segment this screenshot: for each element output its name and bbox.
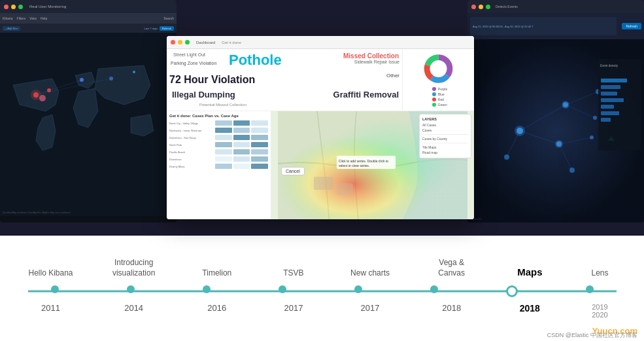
timeline-label-tsvb: TSVB bbox=[274, 268, 313, 279]
svg-point-28 bbox=[590, 135, 594, 139]
svg-point-27 bbox=[593, 116, 597, 120]
right-network-area: Event density © Elastic B.V. bbox=[467, 39, 644, 223]
panel-title: LAYERS bbox=[422, 117, 468, 121]
center-dot-yellow bbox=[178, 40, 182, 45]
screenshot-right: Detects Events Aug 25, 2019 @ 00:00:00 -… bbox=[467, 0, 644, 223]
legend-item-3: Red bbox=[432, 98, 447, 101]
legend-item-4: Green bbox=[432, 103, 447, 107]
panel-divider-2 bbox=[422, 143, 468, 143]
dot-red bbox=[4, 5, 8, 9]
heatmap-cell-1-2 bbox=[233, 120, 250, 126]
left-nav-search: Search bbox=[163, 16, 174, 20]
timeline-dot-2017b bbox=[354, 285, 362, 293]
word-cloud-section: Street Light Out Pothole Missed Collecti… bbox=[167, 49, 402, 111]
svg-rect-36 bbox=[601, 98, 624, 102]
other-label: Other bbox=[386, 73, 399, 79]
heatmap-row-label-2: Northwest - Inmar Sherman bbox=[169, 129, 214, 132]
legend-dot-3 bbox=[432, 98, 436, 101]
center-title-bar: Dashboard Get it done bbox=[167, 36, 474, 49]
timeline-labels: Hello Kibana Introducingvisualization Ti… bbox=[28, 258, 617, 278]
heatmap-rows: North Cty - Valley Village Northwest - I… bbox=[169, 120, 268, 169]
word-donut-row: Street Light Out Pothole Missed Collecti… bbox=[167, 49, 474, 111]
svg-text:OpenStreetMap contributors, Op: OpenStreetMap contributors, OpenMapTiles… bbox=[3, 211, 71, 214]
world-map-svg: OpenStreetMap contributors, OpenMapTiles… bbox=[0, 33, 177, 216]
heatmap-cell-2-1 bbox=[215, 128, 232, 133]
svg-rect-50 bbox=[314, 177, 333, 190]
heatmap-row-5: Pacific Beach bbox=[169, 149, 268, 154]
heatmap-cell-7-3 bbox=[251, 164, 268, 169]
panel-item-cases-by-county: Cases by County bbox=[422, 136, 468, 141]
heatmap-row-7: Kearny Mesa bbox=[169, 164, 268, 169]
heatmap-row-6: Downtown bbox=[169, 156, 268, 162]
heatmap-cell-5-2 bbox=[233, 149, 250, 154]
timeline-dot-future bbox=[586, 285, 594, 293]
heatmap-cell-5-1 bbox=[215, 149, 232, 154]
legend-dot-4 bbox=[432, 103, 436, 107]
donut-svg bbox=[420, 53, 456, 84]
label-text-tsvb: TSVB bbox=[283, 268, 303, 278]
heatmap-row-label-1: North Cty - Valley Village bbox=[169, 122, 214, 125]
right-dot-yellow bbox=[479, 5, 483, 9]
heatmap-cell-4-3 bbox=[251, 142, 268, 147]
year-2018b: 2018 bbox=[510, 303, 549, 319]
svg-text:Event density: Event density bbox=[600, 64, 619, 67]
year-text-2011: 2011 bbox=[41, 303, 60, 313]
year-2017b: 2017 bbox=[347, 303, 393, 319]
right-date-range: Aug 25, 2019 @ 00:00:00 - Aug 30, 2019 @… bbox=[473, 25, 533, 28]
heatmap-title: Get it done: Cases Plan vs. Case Age bbox=[169, 114, 268, 118]
right-top-section: Aug 25, 2019 @ 00:00:00 - Aug 30, 2019 @… bbox=[467, 13, 644, 39]
heatmap-row-3: Downtown - San Diego bbox=[169, 135, 268, 140]
timeline-dot-2016 bbox=[203, 285, 211, 293]
donut-section: Purple Blue Red Green bbox=[402, 49, 474, 111]
right-dot-red bbox=[471, 5, 476, 9]
legend-item-2: Blue bbox=[432, 92, 447, 96]
timeline-label-maps: Maps bbox=[510, 266, 549, 279]
heatmap-cell-6-2 bbox=[233, 156, 250, 162]
illegal-dumping-label: Illegal Dumping bbox=[172, 90, 235, 99]
svg-point-4 bbox=[39, 95, 46, 101]
left-title-bar: Real User Monitoring bbox=[0, 0, 177, 13]
svg-rect-37 bbox=[601, 105, 614, 109]
left-map-area: OpenStreetMap contributors, OpenMapTiles… bbox=[0, 33, 177, 216]
label-text-new-charts: New charts bbox=[350, 268, 390, 278]
svg-point-24 bbox=[556, 141, 562, 147]
year-text-2018a: 2018 bbox=[442, 303, 461, 313]
heatmap-row-2: Northwest - Inmar Sherman bbox=[169, 128, 268, 133]
cancel-button[interactable]: Cancel bbox=[281, 167, 305, 175]
svg-text:select or clear series.: select or clear series. bbox=[339, 164, 369, 168]
center-title-text: Dashboard bbox=[196, 41, 215, 45]
timeline-dot-2018a bbox=[430, 285, 438, 293]
heatmap-row-label-4: North Park bbox=[169, 143, 214, 147]
timeline-dots bbox=[28, 285, 617, 297]
svg-rect-33 bbox=[601, 79, 627, 82]
svg-point-25 bbox=[504, 154, 509, 160]
legend-dot-1 bbox=[432, 87, 436, 91]
right-controls: Aug 25, 2019 @ 00:00:00 - Aug 30, 2019 @… bbox=[470, 17, 617, 35]
year-future: 2019 2020 bbox=[583, 303, 616, 319]
geo-map-section: Cancel LAYERS All Cases Cases Cases by C… bbox=[271, 111, 474, 219]
refresh-btn[interactable]: Refresh bbox=[160, 26, 174, 31]
network-svg: Event density © Elastic B.V. bbox=[467, 39, 644, 223]
svg-point-22 bbox=[563, 102, 568, 107]
right-refresh-btn[interactable]: Refresh bbox=[622, 23, 641, 29]
svg-rect-51 bbox=[337, 183, 353, 195]
timeline-label-timelion: Timelion bbox=[194, 268, 240, 279]
panel-divider bbox=[422, 134, 468, 135]
year-2011: 2011 bbox=[28, 303, 74, 319]
label-text-maps: Maps bbox=[517, 266, 542, 278]
csdn-credit: CSDN @Elastic 中国社区官方博客 bbox=[547, 331, 637, 340]
right-title-bar: Detects Events bbox=[467, 0, 644, 13]
heatmap-cell-1-3 bbox=[251, 120, 268, 126]
svg-point-29 bbox=[569, 168, 575, 173]
graffiti-removal-label: Graffiti Removal bbox=[333, 90, 399, 99]
svg-text:Click to add series. Double cl: Click to add series. Double click to bbox=[339, 159, 388, 163]
last-time: Last 7 days bbox=[144, 27, 158, 30]
year-text-2014: 2014 bbox=[124, 303, 143, 313]
screenshot-left: Real User Monitoring Kibana Filters View… bbox=[0, 0, 177, 223]
left-title-text: Real User Monitoring bbox=[29, 5, 66, 9]
year-2014: 2014 bbox=[108, 303, 160, 319]
year-text-2016: 2016 bbox=[207, 303, 226, 313]
heatmap-cell-4-1 bbox=[215, 142, 232, 147]
timeline-years: 2011 2014 2016 2017 2017 2018 2018 2019 … bbox=[28, 303, 617, 319]
heatmap-cell-5-3 bbox=[251, 149, 268, 154]
